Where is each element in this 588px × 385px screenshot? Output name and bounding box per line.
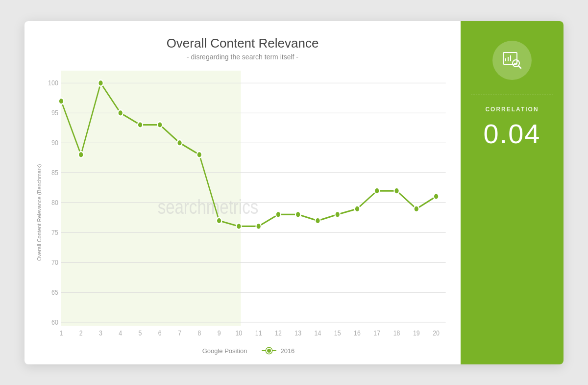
svg-point-34: [335, 211, 340, 217]
legend-item-2016: 2016: [262, 347, 294, 355]
svg-point-30: [256, 223, 261, 230]
y-axis-label: Overall Content Relevance (Benchmark): [34, 71, 44, 355]
svg-text:75: 75: [51, 228, 58, 236]
svg-text:5: 5: [139, 328, 142, 337]
svg-text:9: 9: [218, 328, 221, 337]
chart-area: Overall Content Relevance - disregarding…: [24, 21, 461, 364]
svg-point-36: [374, 187, 379, 194]
svg-text:16: 16: [354, 328, 361, 337]
legend-line-icon: [262, 350, 276, 351]
svg-text:searchmetrics: searchmetrics: [158, 195, 259, 218]
svg-text:15: 15: [334, 328, 341, 337]
card: Overall Content Relevance - disregarding…: [24, 21, 564, 364]
svg-point-38: [414, 205, 419, 212]
svg-text:65: 65: [51, 287, 58, 296]
svg-text:7: 7: [178, 328, 181, 337]
svg-text:8: 8: [197, 328, 201, 337]
svg-text:6: 6: [158, 328, 162, 337]
correlation-label: CORRELATION: [485, 106, 539, 113]
svg-text:1: 1: [60, 328, 63, 337]
chart-plot: 100 95 90 85 80 75 70 65 60 searchmetric…: [46, 71, 451, 338]
svg-text:10: 10: [235, 328, 242, 337]
svg-text:18: 18: [393, 328, 400, 337]
legend-x-label: Google Position: [202, 347, 247, 355]
svg-text:70: 70: [51, 257, 58, 266]
svg-text:60: 60: [51, 317, 58, 326]
svg-point-39: [434, 193, 439, 200]
svg-text:11: 11: [255, 328, 262, 337]
svg-text:4: 4: [119, 328, 122, 337]
svg-text:2: 2: [79, 328, 83, 337]
svg-text:14: 14: [315, 328, 321, 337]
svg-text:100: 100: [48, 78, 58, 87]
chart-title: Overall Content Relevance: [34, 36, 451, 51]
sidebar-icon-area: [461, 21, 564, 95]
svg-point-35: [355, 205, 360, 212]
svg-text:95: 95: [51, 108, 58, 117]
svg-point-28: [217, 217, 221, 224]
icon-circle: [492, 41, 532, 80]
correlation-value: 0.04: [484, 118, 541, 150]
svg-point-21: [78, 152, 83, 158]
sidebar: CORRELATION 0.04: [461, 21, 564, 364]
svg-point-23: [118, 109, 123, 116]
main-chart-svg: 100 95 90 85 80 75 70 65 60 searchmetric…: [46, 71, 451, 338]
legend-series-label: 2016: [280, 347, 294, 355]
svg-text:17: 17: [373, 328, 380, 337]
svg-text:90: 90: [51, 138, 58, 147]
chart-container: Overall Content Relevance (Benchmark): [34, 71, 451, 355]
svg-text:13: 13: [294, 328, 301, 337]
svg-line-65: [518, 66, 521, 68]
svg-point-32: [295, 211, 300, 217]
svg-point-27: [197, 152, 202, 158]
svg-point-24: [138, 122, 143, 128]
svg-point-20: [59, 98, 64, 104]
legend-row: Google Position 2016: [46, 347, 451, 355]
svg-point-33: [315, 217, 320, 224]
svg-text:20: 20: [433, 328, 440, 337]
svg-point-31: [276, 211, 281, 217]
sidebar-divider: [471, 95, 553, 95]
svg-point-25: [157, 122, 162, 128]
chart-subtitle: - disregarding the search term itself -: [34, 53, 451, 61]
svg-point-26: [177, 139, 182, 146]
chart-inner: 100 95 90 85 80 75 70 65 60 searchmetric…: [46, 71, 451, 355]
svg-text:12: 12: [275, 328, 282, 337]
svg-point-37: [394, 187, 399, 194]
svg-point-29: [236, 223, 241, 230]
svg-text:80: 80: [51, 198, 58, 207]
svg-text:3: 3: [99, 328, 102, 337]
svg-text:85: 85: [51, 168, 58, 177]
svg-point-22: [98, 80, 103, 86]
svg-text:19: 19: [413, 328, 420, 337]
search-chart-icon: [501, 50, 523, 71]
